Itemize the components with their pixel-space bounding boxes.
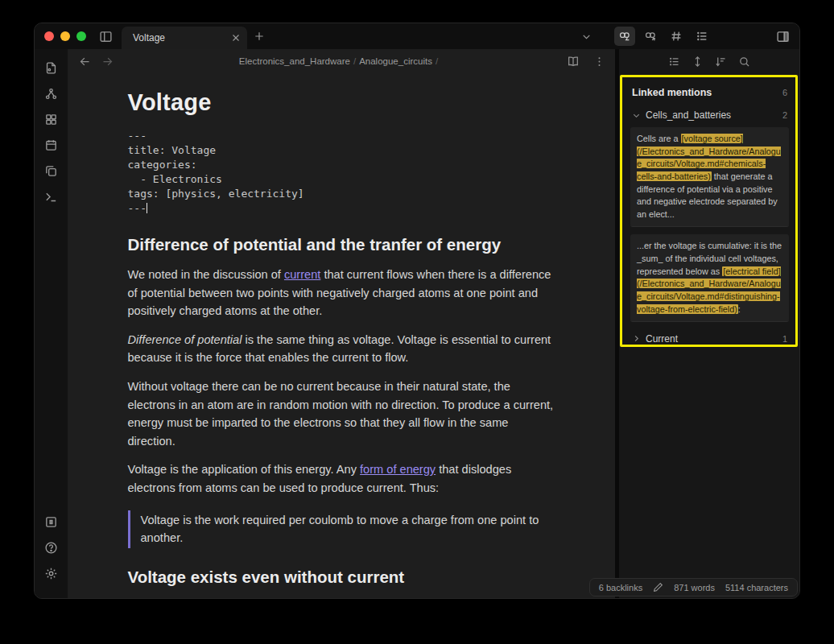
sort-order-icon[interactable] — [715, 56, 727, 68]
backlink-count-status[interactable]: 6 backlinks — [599, 583, 642, 592]
text-segment: Cells are a — [637, 134, 681, 143]
tab-list-chevron-icon[interactable] — [576, 27, 597, 46]
backlink-file-label: Cells_and_batteries — [646, 109, 731, 121]
section-heading: Voltage exists even without current — [128, 568, 556, 587]
templates-icon[interactable] — [39, 160, 64, 181]
text-segment: Voltage is the work required per coulomb… — [141, 514, 539, 544]
toggle-left-sidebar-icon[interactable] — [94, 23, 117, 49]
traffic-lights — [35, 23, 94, 49]
quick-switcher-icon[interactable] — [39, 57, 64, 78]
chevron-right-icon — [632, 334, 641, 343]
text-segment: Difference of potential and the tranfer … — [128, 235, 502, 254]
editor-pane-header: Electronics_and_Hardware/Analogue_circui… — [68, 49, 615, 73]
daily-note-icon[interactable] — [39, 134, 64, 155]
backlink-file-count: 2 — [782, 110, 787, 120]
linked-mentions-title: Linked mentions — [632, 87, 712, 98]
text-segment: Voltage is the application of this energ… — [128, 463, 361, 476]
tab-close-icon[interactable] — [231, 33, 241, 43]
backlinks-icon[interactable] — [614, 27, 635, 46]
titlebar-drag-region — [271, 23, 576, 49]
frontmatter-line: --- — [128, 129, 556, 143]
internal-link[interactable]: form of energy — [360, 463, 436, 476]
character-count-status[interactable]: 5114 characters — [725, 583, 788, 592]
workspace: Electronics_and_Hardware/Analogue_circui… — [35, 49, 799, 598]
close-window-button[interactable] — [44, 31, 54, 41]
settings-icon[interactable] — [39, 563, 64, 584]
section-heading: Difference of potential and the tranfer … — [128, 235, 556, 254]
collapsed-backlinks: Current 1 Ohms_Law 1 Resistance 1 — [630, 329, 789, 347]
edit-mode-icon[interactable] — [653, 582, 663, 592]
annotation-highlight-box: Linked mentions 6 Cells_and_batteries 2 … — [620, 75, 798, 347]
internal-link[interactable]: current — [284, 268, 320, 281]
paragraph: Difference of potential is the same thin… — [128, 331, 556, 367]
editor-pane: Electronics_and_Hardware/Analogue_circui… — [68, 49, 615, 598]
breadcrumb: Electronics_and_Hardware/Analogue_circui… — [117, 56, 564, 66]
minimize-window-button[interactable] — [60, 31, 70, 41]
new-tab-icon[interactable] — [247, 23, 271, 49]
breadcrumb-item[interactable]: Electronics_and_Hardware — [239, 56, 350, 66]
frontmatter-line: --- — [128, 201, 556, 216]
vault-switcher-icon[interactable] — [39, 511, 64, 532]
text-cursor — [147, 203, 147, 213]
expand-collapse-icon[interactable] — [692, 56, 704, 68]
backlink-file-label: Current — [646, 333, 678, 345]
toggle-right-sidebar-icon[interactable] — [772, 27, 793, 46]
outline-icon[interactable] — [692, 27, 712, 46]
right-sidebar: Linked mentions 6 Cells_and_batteries 2 … — [619, 49, 799, 598]
tags-icon[interactable] — [666, 27, 687, 46]
backlink-file-cells-and-batteries[interactable]: Cells_and_batteries 2 — [630, 106, 789, 127]
backlink-snippet[interactable]: ...er the voltage is cumulative: it is t… — [630, 234, 789, 322]
breadcrumb-item[interactable]: Analogue_circuits — [359, 56, 432, 66]
text-segment: Difference of potential — [128, 333, 242, 346]
backlinks-pane-header — [619, 49, 799, 73]
note-title: Voltage — [128, 89, 556, 116]
tab-voltage[interactable]: Voltage — [122, 27, 247, 49]
text-segment: Without voltage there can be no current … — [128, 380, 554, 448]
titlebar: Voltage — [35, 23, 799, 49]
frontmatter-line: title: Voltage — [128, 143, 556, 158]
navigate-forward-icon[interactable] — [97, 52, 117, 70]
text-segment: We noted in the discussion of — [128, 268, 284, 281]
frontmatter-line: - Electronics — [128, 172, 556, 187]
backlink-snippet[interactable]: Cells are a [voltage source](/Electronic… — [630, 127, 789, 227]
frontmatter[interactable]: ---title: Voltagecategories: - Electroni… — [128, 129, 556, 216]
frontmatter-line: categories: — [128, 158, 556, 172]
more-options-icon[interactable] — [589, 52, 609, 70]
document: Voltage ---title: Voltagecategories: - E… — [128, 73, 556, 598]
app-window: Voltage — [34, 23, 800, 599]
backlink-file-count: 1 — [782, 334, 787, 344]
chevron-down-icon — [632, 111, 641, 120]
status-bar: 6 backlinks 871 words 5114 characters — [589, 578, 798, 597]
paragraph: Voltage is the application of this energ… — [128, 460, 556, 497]
graph-view-icon[interactable] — [39, 83, 64, 104]
outgoing-links-icon[interactable] — [640, 27, 661, 46]
linked-mentions-header: Linked mentions 6 — [630, 85, 789, 106]
paragraph: Without voltage there can be no current … — [128, 378, 556, 450]
reading-view-icon[interactable] — [564, 52, 583, 70]
help-icon[interactable] — [39, 537, 64, 558]
word-count-status[interactable]: 871 words — [674, 583, 715, 592]
text-segment: Voltage exists even without current — [128, 568, 405, 586]
blockquote: Voltage is the work required per coulomb… — [128, 510, 556, 549]
note-body: Difference of potential and the tranfer … — [128, 235, 556, 598]
backlink-file-current[interactable]: Current 1 — [630, 329, 789, 347]
search-icon[interactable] — [738, 56, 750, 68]
navigate-back-icon[interactable] — [75, 52, 94, 70]
terminal-icon[interactable] — [39, 186, 64, 207]
linked-mentions-count: 6 — [782, 88, 787, 97]
paragraph: We noted in the discussion of current th… — [128, 266, 556, 320]
breadcrumb-separator: / — [350, 56, 359, 66]
breadcrumb-separator: / — [432, 56, 441, 66]
zoom-window-button[interactable] — [76, 31, 86, 41]
canvas-icon[interactable] — [39, 109, 64, 130]
text-segment: : — [738, 304, 741, 314]
tab-title: Voltage — [133, 32, 231, 43]
left-ribbon — [35, 49, 68, 598]
titlebar-actions — [576, 23, 799, 49]
editor-scroll-area[interactable]: Voltage ---title: Voltagecategories: - E… — [68, 73, 615, 598]
frontmatter-line: tags: [physics, electricity] — [128, 187, 556, 201]
show-context-icon[interactable] — [668, 56, 680, 68]
